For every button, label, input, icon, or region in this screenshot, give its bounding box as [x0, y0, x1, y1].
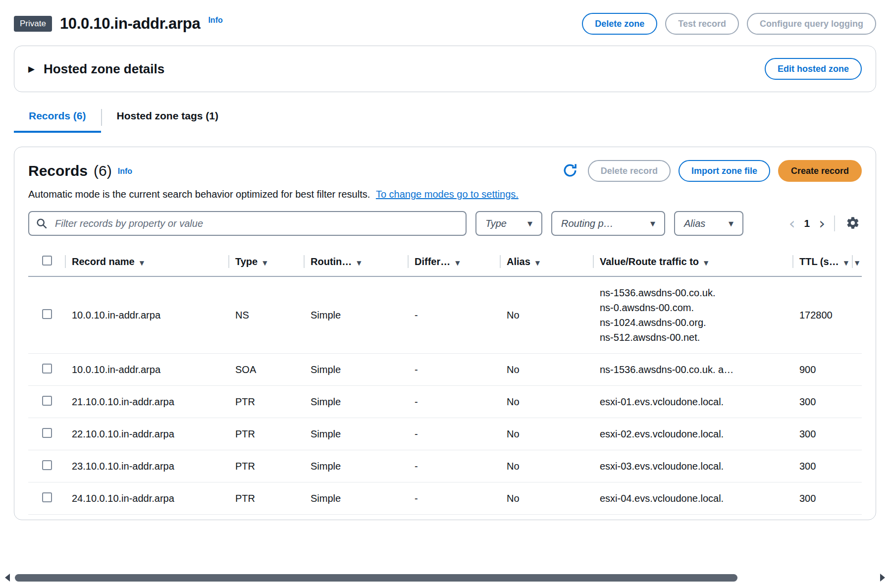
- cell-ttl: 900: [793, 354, 853, 386]
- cell-alias: No: [501, 482, 594, 515]
- cell-routing: Simple: [305, 386, 409, 418]
- row-checkbox[interactable]: [42, 364, 52, 374]
- chevron-down-icon: [527, 219, 532, 228]
- filter-row: Type Routing p… Alias 1: [28, 211, 862, 236]
- table-row[interactable]: 24.10.0.10.in-addr.arpa PTR Simple - No …: [28, 482, 862, 515]
- cell-type: SOA: [229, 354, 305, 386]
- records-header: Records (6) Info Delete record Import zo…: [28, 160, 862, 182]
- row-checkbox[interactable]: [42, 492, 52, 502]
- records-panel: Records (6) Info Delete record Import zo…: [14, 147, 876, 520]
- sort-caret-icon[interactable]: [140, 260, 144, 267]
- filter-search: [28, 211, 467, 236]
- records-table: Record name Type Routin… Differ… Alias V…: [28, 248, 862, 515]
- table-row[interactable]: 10.0.10.in-addr.arpa NS Simple - No ns-1…: [28, 276, 862, 354]
- table-preferences-button[interactable]: [844, 214, 862, 233]
- routing-filter-label: Routing p…: [561, 218, 614, 229]
- cell-value: esxi-04.evs.vcloudone.local.: [594, 482, 793, 515]
- table-row[interactable]: 10.0.10.in-addr.arpa SOA Simple - No ns-…: [28, 354, 862, 386]
- sort-caret-icon[interactable]: [535, 260, 540, 267]
- cell-spacer: [853, 418, 862, 450]
- cell-spacer: [853, 482, 862, 515]
- column-header-routing-policy[interactable]: Routin…: [305, 248, 409, 276]
- expand-arrow-icon[interactable]: [28, 64, 35, 74]
- cell-record-name: 24.10.0.10.in-addr.arpa: [66, 482, 229, 515]
- change-modes-link[interactable]: To change modes go to settings.: [376, 189, 519, 200]
- cell-differentiator: -: [409, 482, 501, 515]
- previous-page-icon[interactable]: [789, 217, 795, 230]
- column-header-type[interactable]: Type: [229, 248, 305, 276]
- sort-caret-icon[interactable]: [704, 260, 708, 267]
- cell-alias: No: [501, 450, 594, 482]
- select-all-checkbox[interactable]: [42, 256, 52, 266]
- create-record-button[interactable]: Create record: [778, 160, 862, 182]
- column-header-ttl[interactable]: TTL (s…: [793, 248, 853, 276]
- filter-records-input[interactable]: [28, 211, 467, 236]
- title-info-link[interactable]: Info: [208, 16, 222, 25]
- cell-ttl: 300: [793, 450, 853, 482]
- sort-caret-icon[interactable]: [844, 260, 848, 267]
- search-icon: [36, 218, 47, 231]
- refresh-button[interactable]: [560, 160, 580, 182]
- alias-filter-dropdown[interactable]: Alias: [674, 211, 743, 236]
- column-header-truncated: [853, 248, 862, 276]
- horizontal-scrollbar[interactable]: [0, 573, 890, 582]
- page-number[interactable]: 1: [804, 217, 810, 229]
- table-row[interactable]: 22.10.0.10.in-addr.arpa PTR Simple - No …: [28, 418, 862, 450]
- next-page-icon[interactable]: [819, 217, 825, 230]
- scroll-right-arrow-icon[interactable]: [880, 574, 885, 582]
- scroll-left-arrow-icon[interactable]: [5, 574, 10, 582]
- configure-query-logging-button[interactable]: Configure query logging: [747, 13, 876, 35]
- tab-hosted-zone-tags[interactable]: Hosted zone tags (1): [102, 108, 233, 133]
- column-label: TTL (s…: [799, 256, 839, 267]
- import-zone-file-button[interactable]: Import zone file: [679, 160, 770, 182]
- type-filter-label: Type: [485, 218, 507, 229]
- test-record-button[interactable]: Test record: [665, 13, 739, 35]
- table-body: 10.0.10.in-addr.arpa NS Simple - No ns-1…: [28, 276, 862, 515]
- column-header-alias[interactable]: Alias: [501, 248, 594, 276]
- edit-hosted-zone-button[interactable]: Edit hosted zone: [765, 58, 862, 80]
- sort-caret-icon[interactable]: [357, 260, 361, 267]
- records-info-link[interactable]: Info: [118, 167, 132, 176]
- pager-divider: [834, 215, 835, 231]
- scrollbar-thumb[interactable]: [15, 574, 737, 582]
- table-row[interactable]: 23.10.0.10.in-addr.arpa PTR Simple - No …: [28, 450, 862, 482]
- cell-alias: No: [501, 276, 594, 354]
- cell-ttl: 300: [793, 482, 853, 515]
- cell-differentiator: -: [409, 354, 501, 386]
- cell-value: ns-1536.awsdns-00.co.uk. ns-0.awsdns-00.…: [594, 276, 793, 354]
- cell-routing: Simple: [305, 482, 409, 515]
- records-title-group: Records (6) Info: [28, 162, 132, 179]
- cell-alias: No: [501, 386, 594, 418]
- column-header-differentiator[interactable]: Differ…: [409, 248, 501, 276]
- column-label: Differ…: [415, 256, 450, 267]
- table-row[interactable]: 21.10.0.10.in-addr.arpa PTR Simple - No …: [28, 386, 862, 418]
- private-badge: Private: [14, 16, 52, 32]
- cell-type: PTR: [229, 418, 305, 450]
- row-checkbox[interactable]: [42, 460, 52, 470]
- row-checkbox[interactable]: [42, 428, 52, 438]
- column-header-value[interactable]: Value/Route traffic to: [594, 248, 793, 276]
- gear-icon: [846, 216, 860, 231]
- sort-caret-icon[interactable]: [262, 260, 267, 267]
- title-group: Private 10.0.10.in-addr.arpa Info: [14, 15, 223, 33]
- tab-bar: Records (6) Hosted zone tags (1): [14, 108, 876, 133]
- delete-zone-button[interactable]: Delete zone: [582, 13, 657, 35]
- column-header-record-name[interactable]: Record name: [66, 248, 229, 276]
- details-header[interactable]: Hosted zone details: [28, 61, 164, 77]
- row-checkbox[interactable]: [42, 396, 52, 406]
- alias-filter-label: Alias: [684, 218, 705, 229]
- row-checkbox[interactable]: [42, 309, 52, 319]
- tab-records[interactable]: Records (6): [14, 108, 101, 133]
- cell-spacer: [853, 354, 862, 386]
- routing-policy-filter-dropdown[interactable]: Routing p…: [551, 211, 665, 236]
- delete-record-button[interactable]: Delete record: [588, 160, 671, 182]
- scrollbar-track[interactable]: [15, 574, 875, 582]
- records-actions: Delete record Import zone file Create re…: [560, 160, 862, 182]
- table-header: Record name Type Routin… Differ… Alias V…: [28, 248, 862, 276]
- sort-caret-icon[interactable]: [455, 260, 460, 267]
- sort-caret-icon: [855, 260, 859, 267]
- column-label: Value/Route traffic to: [600, 256, 699, 267]
- type-filter-dropdown[interactable]: Type: [475, 211, 542, 236]
- cell-checkbox: [28, 386, 66, 418]
- records-title: Records: [28, 162, 88, 179]
